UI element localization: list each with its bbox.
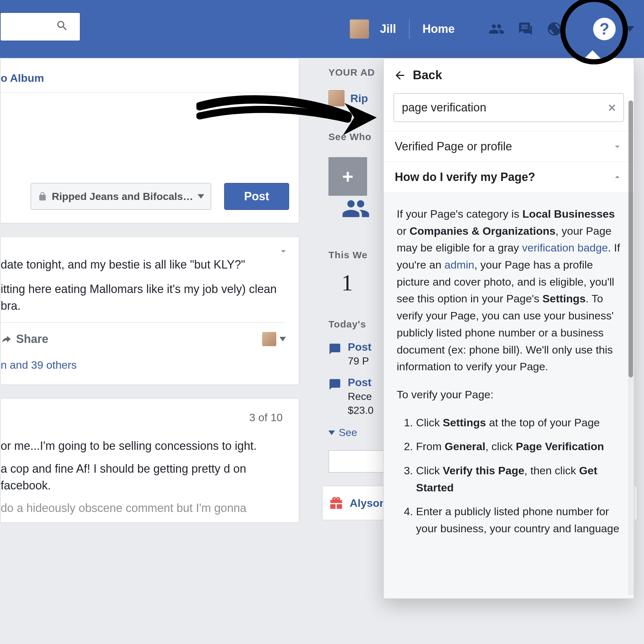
friend-requests-icon[interactable] bbox=[487, 19, 506, 39]
add-tile[interactable]: + bbox=[328, 157, 367, 196]
link-admin[interactable]: admin bbox=[444, 259, 474, 271]
help-article-body: If your Page's category is Local Busines… bbox=[384, 192, 634, 598]
audience-selector[interactable]: Ripped Jeans and Bifocals… bbox=[31, 183, 211, 210]
avatar[interactable] bbox=[350, 19, 369, 39]
arrow-left-icon bbox=[393, 69, 406, 82]
story-text: do a hideously obscene comment but I'm g… bbox=[1, 500, 286, 516]
help-result-item[interactable]: Verified Page or profile bbox=[384, 131, 634, 162]
help-icon[interactable]: ? bbox=[593, 18, 616, 40]
story-pager: 3 of 10 bbox=[1, 406, 286, 432]
story-menu-button[interactable] bbox=[278, 245, 289, 261]
back-button[interactable]: Back bbox=[384, 59, 634, 90]
scrollbar-thumb[interactable] bbox=[629, 100, 633, 377]
top-navigation-bar: Jill Home ? bbox=[0, 0, 644, 58]
audience-label: Ripped Jeans and Bifocals… bbox=[52, 191, 193, 203]
rail-link-name[interactable]: Rip bbox=[350, 92, 368, 105]
chevron-down-icon[interactable] bbox=[279, 337, 286, 341]
help-search[interactable]: × bbox=[393, 93, 624, 122]
feed-story: 3 of 10 or me...I'm going to be selling … bbox=[0, 398, 299, 523]
story-text: or me...I'm going to be selling concessi… bbox=[1, 438, 286, 454]
profile-link[interactable]: Jill bbox=[380, 22, 396, 36]
link-verification-badge[interactable]: verification badge bbox=[522, 241, 608, 254]
chevron-up-icon bbox=[612, 172, 623, 183]
help-result-item-expanded[interactable]: How do I verify my Page? bbox=[384, 162, 634, 192]
gift-icon bbox=[329, 496, 343, 510]
story-text: date tonight, and my bestie is all like … bbox=[1, 256, 286, 273]
home-link[interactable]: Home bbox=[422, 22, 455, 36]
feed-story: date tonight, and my bestie is all like … bbox=[0, 236, 299, 385]
rail-input[interactable] bbox=[328, 450, 386, 473]
messages-icon[interactable] bbox=[516, 19, 535, 39]
notifications-icon[interactable] bbox=[545, 19, 564, 39]
global-search[interactable] bbox=[0, 12, 81, 41]
chevron-down-icon bbox=[612, 141, 623, 152]
story-text: itting here eating Mallomars like it's m… bbox=[1, 281, 286, 314]
chevron-down-icon bbox=[328, 431, 335, 435]
composer-card: o Album Ripped Jeans and Bifocals… Post bbox=[0, 58, 299, 223]
lock-icon bbox=[38, 192, 47, 201]
avatar bbox=[328, 90, 345, 106]
clear-icon[interactable]: × bbox=[608, 100, 616, 115]
avatar[interactable] bbox=[262, 332, 276, 346]
account-caret-icon[interactable] bbox=[625, 26, 634, 32]
chevron-down-icon bbox=[198, 194, 204, 199]
share-icon bbox=[1, 334, 12, 345]
likes-summary[interactable]: n and 39 others bbox=[1, 347, 286, 373]
search-icon bbox=[56, 19, 69, 34]
help-search-input[interactable] bbox=[402, 101, 573, 114]
share-button[interactable]: Share bbox=[1, 331, 48, 347]
story-text: a cop and fine Af! I should be getting p… bbox=[1, 460, 286, 494]
help-popover: Back × Verified Page or profile How do I… bbox=[383, 58, 634, 599]
divider bbox=[409, 19, 410, 39]
chat-icon bbox=[328, 343, 341, 355]
chat-icon bbox=[328, 378, 341, 391]
composer-tab-album[interactable]: o Album bbox=[1, 67, 289, 92]
post-button[interactable]: Post bbox=[224, 183, 289, 210]
